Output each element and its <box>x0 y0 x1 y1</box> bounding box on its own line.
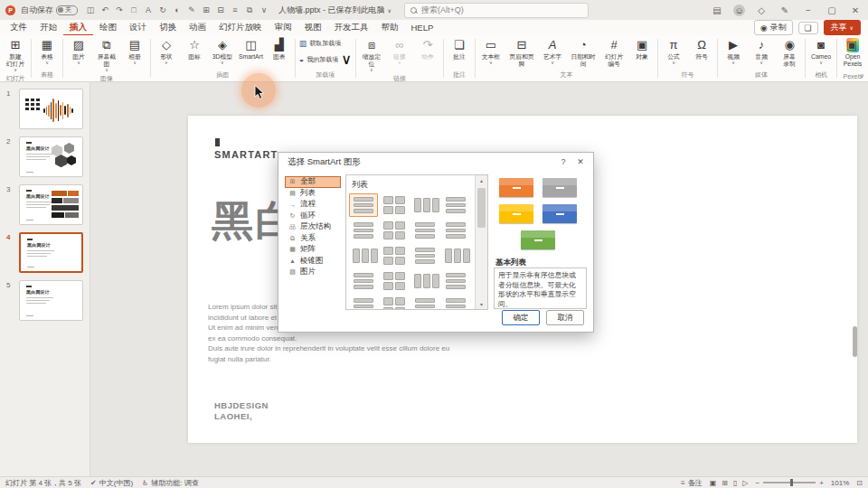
zoom-percent[interactable]: 101% <box>831 479 849 487</box>
category-all[interactable]: ⊞全部 <box>285 176 341 188</box>
ribbon-tab[interactable]: 幻灯片放映 <box>212 20 269 36</box>
object-button[interactable]: ▣对象 <box>628 37 656 61</box>
smartart-layout-thumbnail[interactable] <box>380 244 409 267</box>
smartart-layout-thumbnail[interactable] <box>410 219 439 242</box>
category-list[interactable]: ▤列表 <box>285 188 341 200</box>
vertical-scrollbar[interactable] <box>852 82 858 476</box>
document-title[interactable]: 人物墙.pptx - 已保存到此电脑 ∨ <box>278 5 392 16</box>
close-icon[interactable]: ✕ <box>848 5 863 15</box>
smartart-layout-thumbnail[interactable] <box>410 269 439 293</box>
align-icon[interactable]: ≡ <box>228 5 242 14</box>
notes-button[interactable]: ≡ 备注 <box>681 478 703 488</box>
zoom-in-button[interactable]: + <box>819 479 824 487</box>
ribbon-tab[interactable]: 视图 <box>298 20 328 36</box>
category-hierarchy[interactable]: 品层次结构 <box>285 221 341 233</box>
slide-thumbnail[interactable]: 黑白网设计 <box>19 184 83 225</box>
gallery-scrollbar[interactable]: ▴ ▾ <box>475 175 487 309</box>
share-button[interactable]: 共享 ∨ <box>824 20 861 35</box>
fit-to-window-icon[interactable]: ⊡ <box>856 479 863 487</box>
save-icon[interactable]: ◫ <box>83 5 98 14</box>
3d-model-button[interactable]: ◈3D模型∨ <box>209 37 236 66</box>
comments-button[interactable]: ❏ <box>798 22 818 34</box>
open-pexels-button[interactable]: ▣Open Pexels <box>839 37 866 69</box>
scrollbar-thumb[interactable] <box>853 326 857 357</box>
record-button[interactable]: ◉ 录制 <box>754 20 793 35</box>
cameo-button[interactable]: ◙Cameo∨ <box>807 37 835 66</box>
scroll-down-icon[interactable]: ▾ <box>476 301 487 307</box>
ok-button[interactable]: 确定 <box>502 310 540 325</box>
screenshot-button[interactable]: ⧉屏幕截图∨ <box>93 37 120 73</box>
ribbon-display-icon[interactable]: ▤ <box>710 5 724 15</box>
dialog-help-button[interactable]: ? <box>557 155 570 168</box>
reading-view-icon[interactable]: ▯ <box>733 479 737 487</box>
text-box-icon[interactable]: A <box>141 5 156 14</box>
slide-thumbnail[interactable] <box>19 89 83 129</box>
category-process[interactable]: →流程 <box>285 199 341 211</box>
video-button[interactable]: ▶视频∨ <box>720 37 747 66</box>
equation-button[interactable]: π公式∨ <box>660 37 687 66</box>
cancel-button[interactable]: 取消 <box>546 310 584 325</box>
more-commands-icon[interactable]: ∨ <box>257 5 271 14</box>
audio-button[interactable]: ♪音频∨ <box>748 37 775 66</box>
picture-button[interactable]: ▨图片∨ <box>65 37 92 66</box>
smartart-layout-thumbnail[interactable] <box>349 193 378 217</box>
editing-mode-icon[interactable]: ✎ <box>778 5 792 15</box>
ribbon-tab[interactable]: 开始 <box>33 20 63 36</box>
ribbon-tab[interactable]: 绘图 <box>93 20 123 36</box>
smartart-layout-thumbnail[interactable] <box>349 219 378 242</box>
zoom-link-button[interactable]: ⧈缩放定位∨ <box>358 37 385 73</box>
slide-thumbnail[interactable]: 黑白网设计 <box>19 136 83 177</box>
smartart-layout-thumbnail[interactable] <box>380 219 409 242</box>
restore-icon[interactable]: ▢ <box>825 5 839 15</box>
category-pyramid[interactable]: ▲棱锥图 <box>285 256 341 267</box>
normal-view-icon[interactable]: ▣ <box>710 479 717 487</box>
shapes-button[interactable]: ◇形状∨ <box>153 37 180 66</box>
ribbon-tab[interactable]: 审阅 <box>269 20 298 36</box>
undo-icon[interactable]: ↶ <box>98 5 112 14</box>
smartart-layout-thumbnail[interactable] <box>441 193 470 217</box>
my-addins-button[interactable]: ◒我的加载项∨ <box>297 51 354 68</box>
datetime-button[interactable]: ◔日期和时间 <box>567 37 599 69</box>
smartart-layout-thumbnail[interactable] <box>441 244 470 267</box>
category-picture[interactable]: ▨图片 <box>285 267 341 278</box>
account-avatar[interactable]: ☺ <box>733 5 745 16</box>
category-cycle[interactable]: ↻循环 <box>285 211 341 222</box>
slide-thumbnail[interactable]: 黑白网设计 <box>19 280 83 321</box>
comment-button[interactable]: ❏批注 <box>446 37 473 61</box>
smartart-layout-thumbnail[interactable] <box>349 295 378 310</box>
ribbon-tab[interactable]: 动画 <box>183 20 212 36</box>
smartart-button[interactable]: ◫SmartArt <box>237 37 265 61</box>
zoom-slider-thumb[interactable] <box>790 479 793 486</box>
grid-view-icon[interactable]: ⊞ <box>199 5 213 14</box>
scrollbar-thumb[interactable] <box>477 188 486 228</box>
dialog-close-button[interactable]: ✕ <box>574 155 587 168</box>
slide-paragraph-2[interactable]: Duis aute irure dolor in reprehenderit i… <box>208 343 449 364</box>
ribbon-tab[interactable]: 切换 <box>153 20 183 36</box>
arrange-icon[interactable]: ⧉ <box>242 5 257 15</box>
ribbon-tab[interactable]: 文件 <box>4 20 33 36</box>
copilot-icon[interactable]: ◇ <box>754 5 769 15</box>
slide-footer-text[interactable]: HBJDESIGN LAOHEI, <box>214 400 269 422</box>
scroll-up-icon[interactable]: ▴ <box>476 177 487 183</box>
accessibility-status[interactable]: ♿ 辅助功能: 调查 <box>142 478 199 488</box>
textbox-button[interactable]: ▭文本框∨ <box>477 37 505 66</box>
autosave-switch[interactable]: 关 <box>56 5 78 15</box>
slide-thumbnail[interactable]: 黑白网设计 <box>19 232 83 273</box>
smartart-layout-thumbnail[interactable] <box>441 269 470 293</box>
zoom-slider[interactable] <box>763 482 816 483</box>
header-footer-button[interactable]: ⊟页眉和页脚 <box>505 37 538 69</box>
new-slide-button[interactable]: ⊞新建 幻灯片∨ <box>2 37 29 73</box>
smartart-layout-thumbnail[interactable] <box>349 269 378 293</box>
smartart-layout-thumbnail[interactable] <box>380 269 409 293</box>
category-relationship[interactable]: ⧉关系 <box>285 233 341 245</box>
category-matrix[interactable]: ▦矩阵 <box>285 244 341 256</box>
smartart-layout-thumbnail[interactable] <box>380 295 409 310</box>
symbol-button[interactable]: Ω符号 <box>688 37 715 61</box>
format-painter-icon[interactable]: ✎ <box>184 5 199 14</box>
fill-color-icon[interactable]: ◐ <box>170 5 184 14</box>
redo-icon[interactable]: ↷ <box>112 5 127 14</box>
ribbon-tab[interactable]: 开发工具 <box>328 20 375 36</box>
autosave-toggle[interactable]: 自动保存 关 <box>21 5 78 16</box>
slideshow-view-icon[interactable]: ▷ <box>742 479 748 487</box>
language-indicator[interactable]: ✔ 中文(中国) <box>90 478 133 488</box>
